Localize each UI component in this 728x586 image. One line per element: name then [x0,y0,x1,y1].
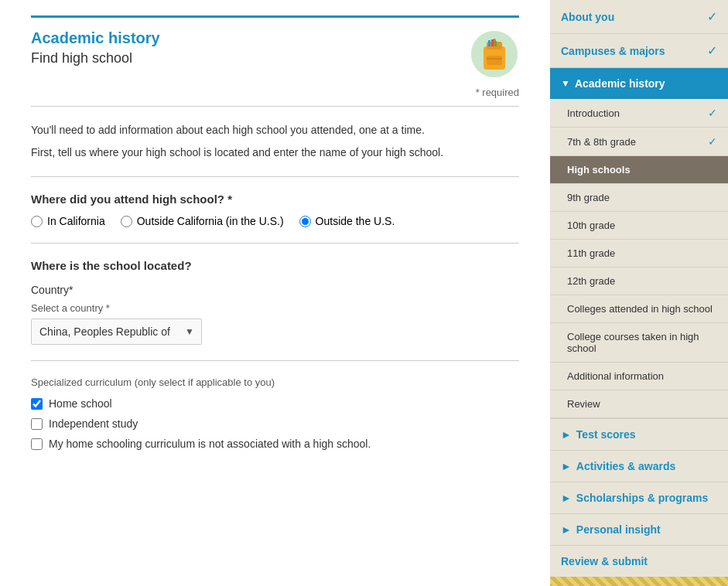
sidebar-item-campuses[interactable]: Campuses & majors ✓ [550,34,728,67]
activities-chevron-icon: ► [561,460,572,472]
section-divider-1 [31,176,519,177]
radio-outside-california[interactable]: Outside California (in the U.S.) [121,215,284,227]
attendance-radio-group: In California Outside California (in the… [31,215,519,227]
review-label: Review [567,398,600,410]
academic-history-sub-items: Introduction ✓ 7th & 8th grade ✓ High sc… [550,99,728,418]
test-scores-chevron-icon: ► [561,428,572,441]
sub-item-10th-grade[interactable]: 10th grade [550,212,728,240]
about-you-check-icon: ✓ [707,9,717,24]
not-associated-input[interactable] [31,438,43,450]
checkbox-not-associated[interactable]: My home schooling curriculum is not asso… [31,438,519,450]
radio-in-ca-label: In California [47,215,105,227]
review-submit-label: Review & submit [561,555,648,567]
intro-text-1: You'll need to add information about eac… [31,122,519,138]
page-title: Find high school [31,50,160,66]
introduction-label: Introduction [567,107,620,119]
header-divider [31,106,519,107]
radio-outside-us-label: Outside the U.S. [316,215,395,227]
sidebar-section-about-you: About you ✓ [550,0,728,34]
sidebar-bottom-stripe [550,577,728,586]
section-divider-2 [31,243,519,244]
sub-item-12th-grade[interactable]: 12th grade [550,267,728,295]
home-school-input[interactable] [31,398,43,410]
page-header: Academic history Find high school [31,29,519,79]
specialized-label: Specialized curriculum (only select if a… [31,376,519,388]
sidebar: About you ✓ Campuses & majors ✓ ▼ Academ… [550,0,728,586]
sub-item-review[interactable]: Review [550,390,728,418]
sub-item-9th-grade[interactable]: 9th grade [550,184,728,212]
svg-rect-9 [494,41,497,46]
sidebar-section-activities: ► Activities & awards [550,451,728,482]
country-label: Country* [31,284,519,296]
high-schools-label: High schools [567,164,631,175]
top-border [31,15,519,18]
sub-item-7th-8th[interactable]: 7th & 8th grade ✓ [550,128,728,156]
sidebar-section-academic-history: ▼ Academic history Introduction ✓ 7th & … [550,68,728,419]
sub-item-colleges-attended[interactable]: Colleges attended in high school [550,295,728,323]
section-title: Academic history [31,29,160,47]
10th-grade-label: 10th grade [567,220,615,231]
svg-rect-8 [491,39,494,46]
scholarships-label: Scholarships & programs [576,492,708,504]
section-divider-3 [31,360,519,361]
svg-rect-5 [487,56,502,65]
academic-history-label: Academic history [575,77,665,90]
sub-item-additional-info[interactable]: Additional information [550,363,728,390]
radio-in-california[interactable]: In California [31,215,105,227]
7th-8th-check-icon: ✓ [708,135,717,148]
question2: Where is the school located? [31,259,519,272]
radio-outside-us[interactable]: Outside the U.S. [299,215,395,227]
7th-8th-label: 7th & 8th grade [567,136,636,148]
additional-info-label: Additional information [567,370,664,382]
country-select-wrapper: China, Peoples Republic of United States… [31,319,202,345]
campuses-check-icon: ✓ [707,43,717,58]
sidebar-item-academic-history[interactable]: ▼ Academic history [550,68,728,99]
activities-label: Activities & awards [576,460,675,472]
sub-item-high-schools[interactable]: High schools [550,156,728,184]
radio-outside-ca-label: Outside California (in the U.S.) [137,215,284,227]
colleges-attended-label: Colleges attended in high school [567,303,713,315]
sidebar-section-scholarships: ► Scholarships & programs [550,482,728,514]
11th-grade-label: 11th grade [567,247,615,259]
checkbox-home-school[interactable]: Home school [31,397,519,410]
sidebar-review-submit[interactable]: Review & submit [550,546,728,577]
home-school-label: Home school [49,397,112,410]
introduction-check-icon: ✓ [708,107,717,119]
radio-in-ca-input[interactable] [31,216,43,227]
sidebar-item-test-scores[interactable]: ► Test scores [550,419,728,450]
question1: Where did you attend high school? * [31,192,519,206]
9th-grade-label: 9th grade [567,192,610,203]
sub-item-college-courses[interactable]: College courses taken in high school [550,323,728,363]
sidebar-section-test-scores: ► Test scores [550,419,728,451]
sidebar-section-campuses: Campuses & majors ✓ [550,34,728,68]
sidebar-item-scholarships[interactable]: ► Scholarships & programs [550,482,728,513]
12th-grade-label: 12th grade [567,275,615,287]
sidebar-item-personal-insight[interactable]: ► Personal insight [550,514,728,545]
college-courses-label: College courses taken in high school [567,331,717,354]
independent-study-label: Independent study [49,417,138,430]
sidebar-section-personal-insight: ► Personal insight [550,514,728,546]
main-content: Academic history Find high school * requ… [0,0,550,586]
sub-item-11th-grade[interactable]: 11th grade [550,240,728,267]
radio-outside-ca-input[interactable] [121,216,132,227]
page-title-group: Academic history Find high school [31,29,160,66]
svg-rect-7 [488,40,490,46]
campuses-label: Campuses & majors [561,45,665,57]
country-select[interactable]: China, Peoples Republic of United States… [31,319,202,345]
sub-item-introduction[interactable]: Introduction ✓ [550,99,728,128]
sidebar-item-about-you[interactable]: About you ✓ [550,0,728,33]
test-scores-label: Test scores [576,428,636,441]
specialized-checkbox-group: Home school Independent study My home sc… [31,397,519,450]
required-note: * required [31,87,519,98]
backpack-icon [470,29,519,79]
personal-insight-chevron-icon: ► [561,523,572,536]
select-label: Select a country * [31,302,519,314]
sidebar-item-activities[interactable]: ► Activities & awards [550,451,728,482]
scholarships-chevron-icon: ► [561,492,572,504]
not-associated-label: My home schooling curriculum is not asso… [49,438,371,450]
checkbox-independent-study[interactable]: Independent study [31,417,519,430]
intro-text-2: First, tell us where your high school is… [31,145,519,161]
personal-insight-label: Personal insight [576,523,661,536]
radio-outside-us-input[interactable] [299,216,311,227]
independent-study-input[interactable] [31,418,43,430]
